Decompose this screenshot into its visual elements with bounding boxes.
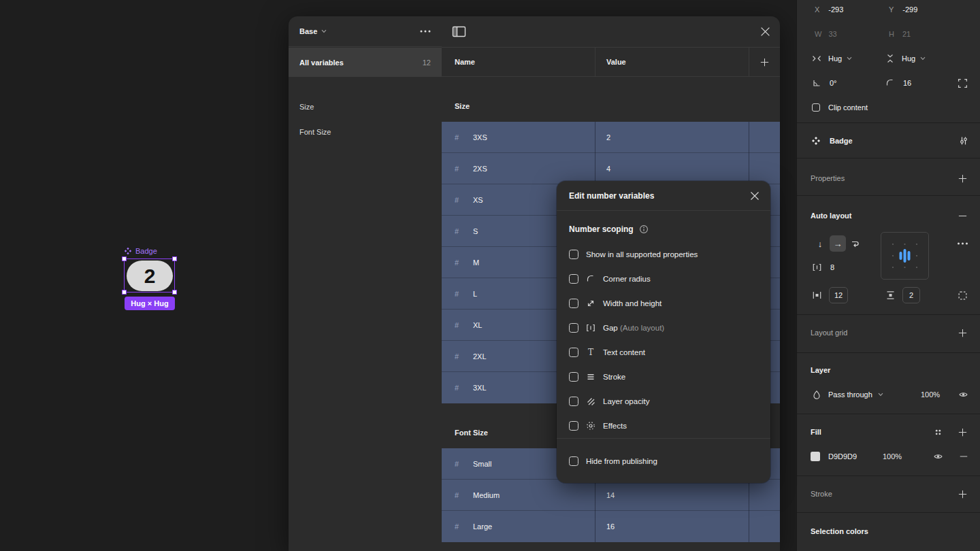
y-value[interactable]: -299 xyxy=(902,5,917,14)
sidebar-group-item[interactable]: Font Size xyxy=(289,119,442,144)
scope-option-label: Show in all supported properties xyxy=(586,250,698,258)
height-field[interactable]: H 21 xyxy=(889,24,911,44)
scope-option-checkbox[interactable] xyxy=(569,397,578,406)
scope-option[interactable]: Stroke xyxy=(569,365,758,389)
scope-option[interactable]: Gap (Auto layout) xyxy=(569,316,758,340)
variable-value-cell[interactable]: 16 xyxy=(595,511,749,542)
scope-option-checkbox[interactable] xyxy=(569,323,578,333)
selection-bounds[interactable] xyxy=(124,258,175,293)
scope-option[interactable]: Width and height xyxy=(569,291,758,316)
variable-row[interactable]: #2XS4 xyxy=(442,152,780,184)
variable-value-cell[interactable]: 4 xyxy=(595,153,749,184)
direction-horizontal-button[interactable]: → xyxy=(830,235,846,252)
vertical-sizing-dropdown[interactable]: Hug xyxy=(885,49,926,68)
variable-name-cell[interactable]: #Medium xyxy=(442,480,595,511)
remove-auto-layout-button[interactable] xyxy=(958,206,968,225)
sidebar-item-all-variables[interactable]: All variables 12 xyxy=(289,48,442,77)
add-stroke-button[interactable] xyxy=(958,484,968,503)
vertical-padding-value[interactable]: 2 xyxy=(902,287,920,303)
hide-from-publishing-option[interactable]: Hide from publishing xyxy=(557,438,770,483)
minus-icon xyxy=(958,211,968,221)
scope-option-checkbox[interactable] xyxy=(569,299,578,308)
scope-option-checkbox[interactable] xyxy=(569,250,578,259)
fill-styles-button[interactable] xyxy=(934,422,943,441)
scope-option[interactable]: TText content xyxy=(569,340,758,365)
layer-opacity-value[interactable]: 100% xyxy=(921,390,940,399)
info-icon[interactable] xyxy=(639,224,649,234)
add-fill-button[interactable] xyxy=(958,422,968,441)
variable-name-cell[interactable]: #3XS xyxy=(442,122,595,153)
variable-value-cell[interactable]: 14 xyxy=(595,480,749,511)
corner-radius-field[interactable]: 16 xyxy=(885,73,911,93)
scope-option-checkbox[interactable] xyxy=(569,421,578,431)
component-settings-button[interactable] xyxy=(959,131,968,150)
add-property-button[interactable] xyxy=(958,169,968,188)
fill-visibility-button[interactable] xyxy=(933,447,943,466)
rotation-field[interactable]: 0° xyxy=(812,73,837,93)
remove-fill-button[interactable] xyxy=(959,447,968,466)
resize-handle-top-right[interactable] xyxy=(172,256,177,261)
add-layout-grid-button[interactable] xyxy=(958,323,968,342)
auto-layout-more-options[interactable] xyxy=(957,234,968,253)
direction-vertical-button[interactable]: ↓ xyxy=(812,235,828,252)
y-position-field[interactable]: Y -299 xyxy=(889,0,917,19)
scope-option[interactable]: Corner radius xyxy=(569,267,758,291)
add-variable-button[interactable] xyxy=(749,48,780,76)
x-value[interactable]: -293 xyxy=(828,5,843,14)
collection-name[interactable]: Base xyxy=(299,27,317,35)
scope-option[interactable]: Show in all supported properties xyxy=(569,242,758,267)
variable-row[interactable]: #3XS2 xyxy=(442,122,780,153)
rotation-angle-icon xyxy=(812,78,821,88)
gap-field[interactable]: 8 xyxy=(812,258,834,277)
vertical-padding-field[interactable]: 2 xyxy=(885,286,920,305)
fill-opacity-value[interactable]: 100% xyxy=(883,452,902,461)
scope-option-checkbox[interactable] xyxy=(569,274,578,284)
fill-opacity-field[interactable]: 100% xyxy=(883,447,902,466)
variable-name-cell[interactable]: #2XS xyxy=(442,153,595,184)
value-column-header[interactable]: Value xyxy=(595,48,749,76)
layer-opacity-field[interactable]: 100% xyxy=(921,385,940,404)
resize-handle-bottom-left[interactable] xyxy=(122,290,127,295)
chevron-down-icon[interactable] xyxy=(321,29,327,33)
variable-row[interactable]: #Large16 xyxy=(442,510,780,542)
component-row[interactable]: Badge xyxy=(811,131,853,150)
resize-handle-bottom-right[interactable] xyxy=(172,290,177,295)
variable-row[interactable]: #Medium14 xyxy=(442,479,780,511)
hide-from-publishing-checkbox[interactable] xyxy=(569,456,578,466)
horizontal-padding-field[interactable]: 12 xyxy=(812,286,848,305)
layer-visibility-button[interactable] xyxy=(958,385,968,404)
gap-value[interactable]: 8 xyxy=(830,263,834,271)
sidebar-group-item[interactable]: Size xyxy=(289,94,442,119)
clip-content-checkbox[interactable] xyxy=(812,103,820,112)
name-column-header[interactable]: Name xyxy=(442,48,595,76)
close-modal-icon[interactable] xyxy=(760,27,770,37)
x-position-field[interactable]: X -293 xyxy=(815,0,843,19)
width-field[interactable]: W 33 xyxy=(815,24,837,44)
clip-content-option[interactable]: Clip content xyxy=(812,98,868,117)
blend-mode-dropdown[interactable]: Pass through xyxy=(812,385,883,404)
scope-option[interactable]: Layer opacity xyxy=(569,389,758,414)
scope-option-checkbox[interactable] xyxy=(569,348,578,357)
canvas-component-label[interactable]: Badge xyxy=(124,247,157,255)
direction-wrap-button[interactable] xyxy=(847,235,864,252)
rotation-value[interactable]: 0° xyxy=(830,79,837,87)
fill-color-row[interactable]: D9D9D9 xyxy=(811,447,857,466)
blend-mode-value: Pass through xyxy=(828,390,872,399)
scope-option[interactable]: Effects xyxy=(569,414,758,438)
fill-hex-value[interactable]: D9D9D9 xyxy=(828,452,857,461)
horizontal-padding-value[interactable]: 12 xyxy=(829,287,848,303)
fill-swatch[interactable] xyxy=(811,452,820,461)
alignment-widget[interactable] xyxy=(881,232,929,280)
scope-option-checkbox[interactable] xyxy=(569,372,578,382)
variable-name-cell[interactable]: #Large xyxy=(442,511,595,542)
horizontal-sizing-dropdown[interactable]: Hug xyxy=(812,49,852,68)
independent-padding-button[interactable] xyxy=(958,286,968,305)
resize-handle-top-left[interactable] xyxy=(122,256,127,261)
corner-radius-value[interactable]: 16 xyxy=(903,79,911,87)
independent-corners-button[interactable] xyxy=(958,73,968,93)
arrow-down-icon: ↓ xyxy=(818,239,823,249)
collection-menu-icon[interactable] xyxy=(420,30,431,33)
toggle-sidebar-icon[interactable] xyxy=(452,25,466,38)
variable-value-cell[interactable]: 2 xyxy=(595,122,749,153)
close-dialog-icon[interactable] xyxy=(750,191,760,201)
